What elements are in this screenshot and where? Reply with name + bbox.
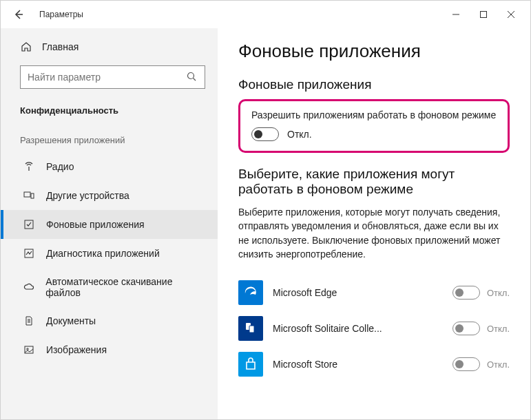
window-title: Параметры bbox=[39, 10, 442, 19]
maximize-icon bbox=[480, 11, 487, 18]
diagnostics-icon bbox=[23, 247, 35, 260]
sidebar-item-diagnostics[interactable]: Диагностика приложений bbox=[1, 239, 218, 268]
sidebar-item-documents[interactable]: Документы bbox=[1, 306, 218, 335]
master-toggle-row: Откл. bbox=[251, 127, 497, 141]
svg-rect-9 bbox=[249, 326, 254, 333]
svg-rect-2 bbox=[24, 192, 30, 197]
app-toggle-state: Откл. bbox=[487, 324, 510, 334]
app-toggle-solitaire[interactable] bbox=[452, 322, 480, 335]
nav-home-label: Главная bbox=[42, 41, 79, 52]
section-heading-2: Выберите, какие приложения могут работат… bbox=[238, 167, 510, 197]
arrow-left-icon bbox=[13, 9, 24, 20]
devices-icon bbox=[23, 189, 35, 202]
close-button[interactable] bbox=[497, 3, 525, 25]
toggle-knob bbox=[254, 130, 262, 138]
app-toggle-edge[interactable] bbox=[452, 286, 480, 300]
highlighted-setting: Разрешить приложениям работать в фоновом… bbox=[238, 99, 510, 153]
sidebar-item-radio[interactable]: Радио bbox=[1, 152, 218, 181]
titlebar: Параметры bbox=[1, 1, 530, 28]
app-toggle-wrap: Откл. bbox=[452, 322, 510, 335]
sidebar-item-label: Фоновые приложения bbox=[46, 219, 145, 230]
master-toggle-state: Откл. bbox=[287, 129, 312, 140]
sidebar-item-label: Изображения bbox=[46, 344, 107, 355]
app-toggle-wrap: Откл. bbox=[452, 357, 510, 371]
app-name-label: Microsoft Edge bbox=[273, 287, 443, 298]
app-toggle-wrap: Откл. bbox=[452, 286, 510, 300]
app-icon-store bbox=[238, 352, 263, 377]
master-toggle-label: Разрешить приложениям работать в фоновом… bbox=[251, 109, 497, 120]
sidebar-item-label: Автоматическое скачивание файлов bbox=[45, 276, 204, 298]
toggle-knob bbox=[455, 324, 464, 333]
section-heading-1: Фоновые приложения bbox=[238, 77, 510, 92]
app-icon-edge bbox=[238, 280, 263, 305]
sidebar-item-label: Диагностика приложений bbox=[46, 248, 160, 259]
master-toggle[interactable] bbox=[251, 127, 279, 141]
image-icon bbox=[23, 344, 35, 356]
app-toggle-state: Откл. bbox=[487, 359, 510, 370]
svg-point-1 bbox=[188, 73, 194, 79]
app-row-solitaire: Microsoft Solitaire Colle... Откл. bbox=[238, 311, 510, 346]
content-area: Главная Конфиденциальность Разрешения пр… bbox=[1, 28, 530, 419]
app-name-label: Microsoft Store bbox=[273, 359, 443, 370]
home-icon bbox=[20, 41, 32, 53]
app-icon-solitaire bbox=[238, 316, 263, 341]
sidebar-item-label: Документы bbox=[46, 315, 96, 326]
sidebar-item-images[interactable]: Изображения bbox=[1, 335, 218, 364]
app-toggle-store[interactable] bbox=[452, 357, 480, 371]
sidebar-permissions-header: Разрешения приложений bbox=[1, 125, 218, 152]
page-title: Фоновые приложения bbox=[238, 41, 510, 62]
app-toggle-state: Откл. bbox=[487, 288, 510, 298]
sidebar: Главная Конфиденциальность Разрешения пр… bbox=[1, 28, 218, 419]
sidebar-item-background-apps[interactable]: Фоновые приложения bbox=[1, 210, 218, 239]
sidebar-item-label: Радио bbox=[46, 161, 74, 172]
app-row-edge: Microsoft Edge Откл. bbox=[238, 275, 510, 311]
search-input[interactable] bbox=[28, 72, 187, 83]
svg-point-7 bbox=[27, 348, 28, 350]
main-panel: Фоновые приложения Фоновые приложения Ра… bbox=[218, 28, 530, 419]
back-button[interactable] bbox=[6, 2, 31, 27]
minimize-button[interactable] bbox=[442, 3, 470, 25]
section-description: Выберите приложения, которые могут получ… bbox=[238, 205, 510, 261]
background-apps-icon bbox=[23, 218, 35, 231]
document-icon bbox=[23, 315, 35, 327]
svg-rect-3 bbox=[31, 193, 34, 198]
radio-icon bbox=[23, 160, 35, 173]
nav-home[interactable]: Главная bbox=[1, 34, 218, 60]
sidebar-item-auto-download[interactable]: Автоматическое скачивание файлов bbox=[1, 268, 218, 306]
app-row-store: Microsoft Store Откл. bbox=[238, 346, 510, 382]
search-icon bbox=[187, 72, 198, 83]
maximize-button[interactable] bbox=[470, 3, 497, 25]
svg-rect-0 bbox=[481, 12, 487, 18]
sidebar-section-title: Конфиденциальность bbox=[1, 101, 218, 125]
sidebar-item-other-devices[interactable]: Другие устройства bbox=[1, 181, 218, 210]
toggle-knob bbox=[455, 288, 464, 297]
minimize-icon bbox=[452, 11, 459, 18]
settings-window: Параметры Главная bbox=[0, 0, 531, 420]
toggle-knob bbox=[455, 360, 464, 368]
app-name-label: Microsoft Solitaire Colle... bbox=[273, 323, 443, 334]
search-box[interactable] bbox=[20, 65, 205, 89]
sidebar-item-label: Другие устройства bbox=[46, 190, 129, 201]
cloud-download-icon bbox=[23, 281, 34, 293]
close-icon bbox=[508, 11, 514, 18]
window-controls bbox=[442, 3, 525, 25]
